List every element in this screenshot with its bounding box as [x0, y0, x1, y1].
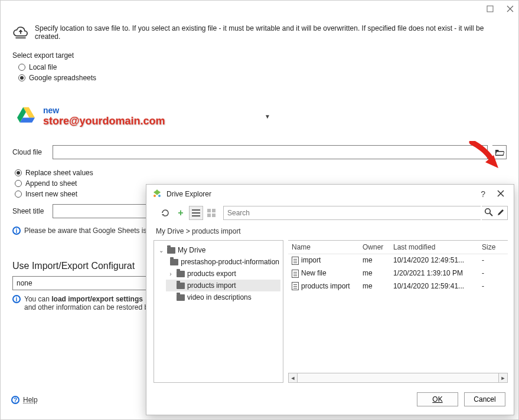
col-modified[interactable]: Last modified [390, 241, 478, 254]
google-drive-icon [16, 106, 36, 125]
folder-tree: ⌄ My Drive prestashop-product-informatio… [154, 240, 283, 383]
col-size[interactable]: Size [478, 241, 508, 254]
col-name[interactable]: Name [288, 241, 359, 254]
svg-rect-14 [207, 214, 211, 217]
tree-item[interactable]: video in descriptions [166, 291, 280, 303]
radio-google-label: Google spreadsheets [29, 74, 96, 82]
select-export-target-label: Select export target [12, 51, 507, 60]
folder-icon [177, 283, 185, 289]
svg-point-6 [154, 195, 156, 197]
svg-rect-12 [207, 209, 211, 212]
breadcrumb[interactable]: My Drive > products import [146, 225, 514, 240]
folder-icon [177, 271, 185, 277]
file-icon [292, 282, 299, 290]
col-owner[interactable]: Owner [359, 241, 390, 254]
config-tip-text: You can load import/export settings and … [24, 295, 152, 311]
tree-item[interactable]: › products export [166, 268, 280, 280]
info-icon: i [12, 227, 21, 235]
info-icon: i [12, 295, 21, 303]
window-close-icon[interactable] [505, 4, 515, 14]
radio-append-label: Append to sheet [25, 179, 77, 188]
radio-google-spreadsheets[interactable]: Google spreadsheets [18, 73, 507, 83]
radio-local-file-label: Local file [29, 63, 57, 71]
folder-icon [167, 247, 175, 254]
tree-item[interactable]: prestashop-product-information [166, 256, 280, 268]
file-row[interactable]: products import me 10/14/2020 12:59:41..… [288, 280, 508, 293]
add-button[interactable]: + [174, 206, 188, 220]
file-row[interactable]: import me 10/14/2020 12:49:51... - [288, 254, 508, 267]
radio-replace-label: Replace sheet values [25, 169, 93, 177]
ok-button[interactable]: OK [417, 392, 458, 406]
svg-rect-13 [212, 209, 216, 212]
sheet-title-label: Sheet title [12, 207, 48, 215]
cloud-file-label: Cloud file [12, 148, 48, 156]
svg-line-17 [490, 214, 493, 216]
sheets-warning-text: Please be aware that Google Sheets is l [24, 227, 150, 235]
svg-rect-15 [212, 214, 216, 217]
account-email: store@yourdomain.com [43, 115, 165, 127]
svg-rect-11 [192, 215, 200, 216]
help-icon: ? [11, 396, 19, 404]
view-list-button[interactable] [189, 206, 203, 220]
cloud-upload-icon [12, 25, 29, 41]
file-icon [292, 257, 299, 265]
dialog-help-button[interactable]: ? [477, 188, 489, 200]
svg-point-7 [158, 195, 161, 197]
svg-point-16 [485, 209, 491, 214]
drive-explorer-app-icon [152, 189, 162, 200]
location-hint-text: Specify location to save file to. If you… [35, 24, 507, 41]
tree-item-my-drive[interactable]: ⌄ My Drive [156, 244, 280, 256]
file-row[interactable]: New file me 1/20/2021 1:39:10 PM - [288, 267, 508, 280]
drive-explorer-title: Drive Explorer [167, 190, 211, 198]
view-grid-button[interactable] [204, 206, 218, 220]
help-link[interactable]: ? Help [11, 396, 38, 404]
svg-rect-0 [487, 6, 493, 12]
google-account-selector[interactable]: new store@yourdomain.com ▼ [16, 106, 507, 127]
file-icon [292, 270, 299, 278]
edit-search-icon[interactable] [497, 208, 505, 218]
folder-icon [170, 259, 178, 265]
tree-item-selected[interactable]: products import [166, 280, 280, 291]
dialog-close-button[interactable] [494, 188, 508, 200]
folder-icon [177, 294, 185, 301]
scroll-left-icon[interactable]: ◄ [288, 373, 298, 382]
file-list: Name Owner Last modified Size import me … [288, 240, 508, 383]
browse-cloud-file-button[interactable] [492, 145, 507, 159]
refresh-button[interactable] [158, 206, 172, 220]
horizontal-scrollbar[interactable]: ◄ ► [288, 373, 508, 382]
cancel-button[interactable]: Cancel [464, 392, 505, 406]
svg-rect-10 [192, 212, 200, 214]
radio-insert-label: Insert new sheet [25, 190, 77, 198]
chevron-right-icon[interactable]: › [167, 271, 174, 277]
chevron-down-icon[interactable]: ⌄ [158, 247, 165, 254]
radio-local-file[interactable]: Local file [18, 62, 507, 73]
radio-replace-sheet[interactable]: Replace sheet values [15, 168, 507, 178]
cloud-file-input[interactable] [53, 145, 488, 159]
svg-rect-9 [192, 209, 200, 211]
scroll-right-icon[interactable]: ► [498, 373, 508, 382]
sheet-title-input[interactable] [53, 204, 149, 218]
window-maximize-icon[interactable] [485, 4, 495, 14]
config-dropdown[interactable]: none [12, 276, 154, 290]
search-icon[interactable] [484, 208, 493, 218]
drive-explorer-dialog: Drive Explorer ? + My Drive > products i… [146, 184, 514, 415]
search-input[interactable] [223, 206, 481, 220]
account-dropdown-icon[interactable]: ▼ [265, 113, 270, 120]
account-name: new [43, 106, 165, 115]
